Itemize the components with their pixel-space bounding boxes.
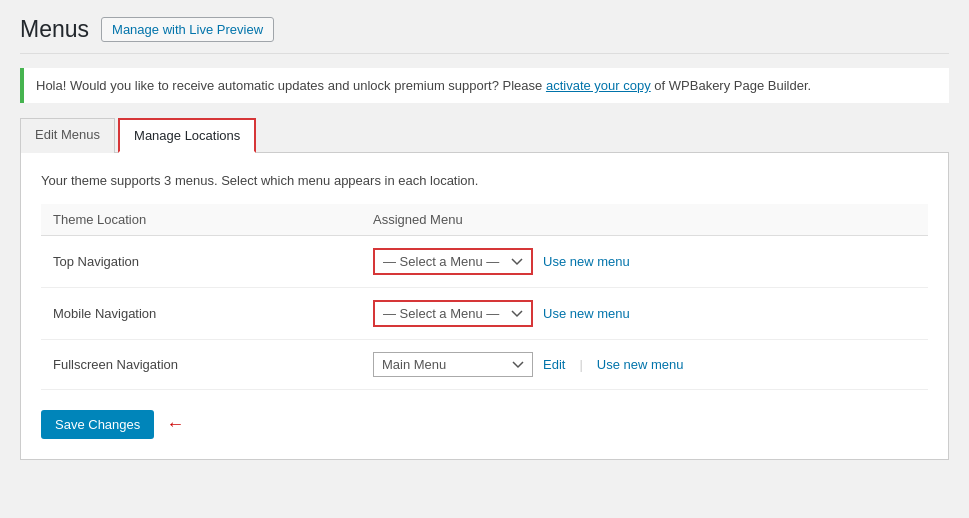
use-new-menu-link-mobile-nav[interactable]: Use new menu bbox=[543, 306, 630, 321]
tabs-row: Edit Menus Manage Locations bbox=[20, 117, 949, 153]
live-preview-button[interactable]: Manage with Live Preview bbox=[101, 17, 274, 42]
use-new-menu-link-fullscreen-nav[interactable]: Use new menu bbox=[597, 357, 684, 372]
menu-select-top-nav[interactable]: — Select a Menu — Main Menu bbox=[373, 248, 533, 275]
menu-select-wrap-fullscreen-nav: — Select a Menu — Main Menu Edit | Use n… bbox=[373, 352, 916, 377]
use-new-menu-link-top-nav[interactable]: Use new menu bbox=[543, 254, 630, 269]
arrow-icon: ← bbox=[166, 414, 184, 435]
table-row: Fullscreen Navigation — Select a Menu — … bbox=[41, 340, 928, 390]
table-row: Mobile Navigation — Select a Menu — Main… bbox=[41, 288, 928, 340]
pipe-divider: | bbox=[579, 357, 582, 372]
notice-activate-link[interactable]: activate your copy bbox=[546, 78, 651, 93]
location-name-fullscreen-nav: Fullscreen Navigation bbox=[53, 357, 178, 372]
col-theme-location-header: Theme Location bbox=[41, 204, 361, 236]
menu-select-fullscreen-nav[interactable]: — Select a Menu — Main Menu bbox=[373, 352, 533, 377]
notice-text-after: of WPBakery Page Builder. bbox=[651, 78, 811, 93]
locations-table: Theme Location Assigned Menu Top Navigat… bbox=[41, 204, 928, 390]
page-wrap: Menus Manage with Live Preview Hola! Wou… bbox=[0, 0, 969, 518]
page-header: Menus Manage with Live Preview bbox=[20, 16, 949, 54]
location-name-mobile-nav: Mobile Navigation bbox=[53, 306, 156, 321]
col-assigned-menu-header: Assigned Menu bbox=[361, 204, 928, 236]
page-title: Menus bbox=[20, 16, 89, 43]
save-row: Save Changes ← bbox=[41, 410, 928, 439]
location-name-top-nav: Top Navigation bbox=[53, 254, 139, 269]
save-changes-button[interactable]: Save Changes bbox=[41, 410, 154, 439]
menu-select-wrap-mobile-nav: — Select a Menu — Main Menu Use new menu bbox=[373, 300, 916, 327]
description-text: Your theme supports 3 menus. Select whic… bbox=[41, 173, 928, 188]
notice-bar: Hola! Would you like to receive automati… bbox=[20, 68, 949, 103]
notice-text-before: Hola! Would you like to receive automati… bbox=[36, 78, 546, 93]
edit-link-fullscreen-nav[interactable]: Edit bbox=[543, 357, 565, 372]
menu-select-wrap-top-nav: — Select a Menu — Main Menu Use new menu bbox=[373, 248, 916, 275]
content-area: Your theme supports 3 menus. Select whic… bbox=[20, 153, 949, 460]
tab-edit-menus[interactable]: Edit Menus bbox=[20, 118, 115, 153]
table-row: Top Navigation — Select a Menu — Main Me… bbox=[41, 236, 928, 288]
menu-select-mobile-nav[interactable]: — Select a Menu — Main Menu bbox=[373, 300, 533, 327]
tab-manage-locations[interactable]: Manage Locations bbox=[118, 118, 256, 153]
